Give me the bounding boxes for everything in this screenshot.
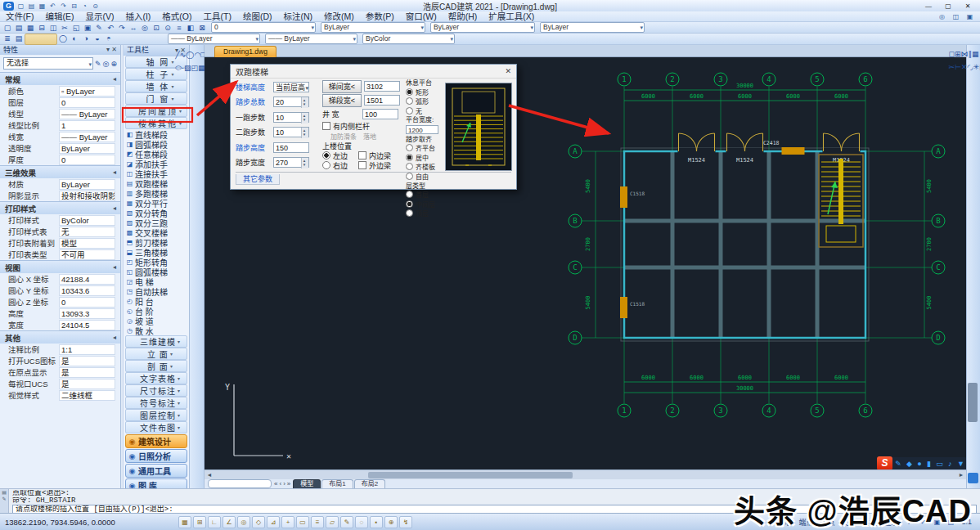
vertical-scrollbar-thumb[interactable] — [968, 383, 978, 422]
qat-icon[interactable]: ◔ — [79, 2, 90, 11]
menu-right-icon[interactable]: ◫ — [951, 12, 961, 21]
menu-item[interactable]: 工具(T) — [198, 11, 237, 21]
modify-tool-icon[interactable]: ⊢ — [955, 63, 961, 71]
menu-item[interactable]: 显示(V) — [79, 11, 119, 21]
status-toggle-icon[interactable]: ⊿ — [267, 516, 280, 528]
menu-item[interactable]: 绘图(D) — [237, 11, 278, 21]
qat-icon[interactable]: ↷ — [58, 2, 69, 11]
toolbar-icon[interactable]: ⊟ — [36, 23, 47, 33]
menu-item[interactable]: 格式(O) — [156, 11, 197, 21]
drawing-tab[interactable]: Drawing1.dwg — [214, 46, 276, 57]
property-row[interactable]: 厚度 0 — [0, 154, 120, 165]
scroll-left-arrow[interactable]: ◄ — [205, 471, 214, 479]
qat-icon[interactable]: ⊟ — [69, 2, 79, 11]
field-input[interactable]: 当前层高 — [273, 82, 309, 92]
menu-item[interactable]: 编辑(E) — [39, 11, 79, 21]
status-toggle-icon[interactable]: ∠ — [223, 516, 236, 528]
toolbar-icon[interactable]: ▦ — [25, 23, 36, 33]
toolbar-icon[interactable]: ✎ — [93, 23, 105, 33]
dialog-close-icon[interactable]: ✕ — [505, 67, 511, 75]
hc-tool-icon[interactable]: ♪ — [948, 460, 952, 468]
toolbar-icon[interactable]: ◐ — [69, 34, 80, 43]
qat-icon[interactable]: ⊙ — [90, 2, 101, 11]
status-toggle-icon[interactable]: + — [281, 516, 294, 528]
property-row[interactable]: 打印样式表 无 — [0, 226, 120, 237]
toolbar-icon[interactable]: ◫ — [47, 23, 59, 33]
rest-platform-radio[interactable]: 弧形 — [406, 97, 429, 107]
menu-item[interactable]: 文件(F) — [0, 11, 39, 21]
other-parameters-tab[interactable]: 其它参数 — [236, 174, 280, 185]
toolbar-icon[interactable]: ◓ — [103, 34, 115, 43]
menu-item[interactable]: 参数(P) — [360, 11, 400, 21]
draw-tool-icon[interactable]: ◰ — [191, 64, 199, 72]
quick-select-icon[interactable]: ✎ — [95, 60, 101, 68]
status-toggle-icon[interactable]: ⊞ — [193, 516, 206, 528]
modify-tool-icon[interactable]: ✂ — [948, 63, 955, 71]
menu-item[interactable]: 标注(N) — [278, 11, 319, 21]
status-toggle-icon[interactable]: ◎ — [237, 516, 250, 528]
toolbar-combo[interactable]: ByColor — [362, 34, 455, 44]
field-label[interactable]: 踏步总数 — [236, 97, 273, 107]
palette-item[interactable]: ◷ 散 水 — [124, 326, 189, 335]
menu-item[interactable]: 修改(M) — [318, 11, 360, 21]
qat-icon[interactable]: ↶ — [47, 2, 58, 11]
palette-item[interactable]: 墙 体 — [125, 80, 187, 92]
toolbar-icon[interactable]: ▤ — [13, 23, 25, 33]
stairwell-width-button[interactable]: 梯间宽< — [322, 80, 362, 93]
toolbar-icon[interactable] — [25, 34, 57, 45]
toolbar-icon[interactable]: ⊡ — [151, 23, 162, 33]
field-input[interactable]: 10 — [273, 127, 309, 137]
property-row[interactable]: 其他 — [0, 330, 120, 344]
hc-tool-icon[interactable]: ▼ — [957, 460, 964, 468]
floor-type-radio[interactable]: 中间层 — [406, 200, 435, 210]
toolbar-icon[interactable]: ⊙ — [162, 23, 173, 33]
palette-item[interactable]: ◉ 建筑设计 — [125, 434, 187, 448]
floor-type-radio[interactable]: 顶层 — [406, 209, 429, 219]
layout-tab[interactable]: 模型 — [293, 479, 321, 488]
toolbar-combo[interactable]: ByLayer — [430, 22, 535, 33]
property-row[interactable]: 三维效果 — [0, 165, 120, 178]
toolbar-combo[interactable]: 0 — [211, 22, 316, 33]
field-input[interactable]: 10 — [273, 112, 309, 123]
status-toggle-icon[interactable]: ◇ — [252, 516, 265, 528]
upstairs-position-radio[interactable]: 右边 — [322, 160, 348, 171]
status-toggle-icon[interactable]: ≡ — [311, 516, 324, 528]
draw-tool-icon[interactable]: ▨ — [184, 64, 191, 72]
hc-tool-icon[interactable]: ✎ — [895, 460, 901, 468]
rest-platform-radio[interactable]: 矩形 — [406, 88, 429, 98]
draw-tool-icon[interactable]: ⬭ — [175, 64, 182, 72]
draw-tool-icon[interactable]: ◯ — [186, 51, 194, 59]
tab-nav-arrow[interactable]: » — [286, 480, 291, 487]
horizontal-scrollbar-thumb[interactable] — [368, 472, 573, 478]
toolbar-icon[interactable]: ↷ — [116, 23, 128, 33]
property-row[interactable]: 打印样式 ByColor — [0, 214, 120, 226]
toolbar-icon[interactable]: ▤ — [13, 34, 25, 43]
palette-item[interactable]: ◉ 通用工具 — [125, 464, 187, 478]
window-control-button[interactable]: ✕ — [959, 2, 977, 11]
property-row[interactable]: 颜色 ▫ ByLayer — [0, 85, 120, 97]
property-row[interactable]: 线型 —— ByLayer — [0, 108, 120, 119]
property-row[interactable]: 每视口UCS 是 — [0, 378, 120, 389]
modify-tool-icon[interactable]: ◻ — [948, 50, 954, 58]
hc-tool-icon[interactable]: ● — [917, 460, 921, 468]
field-label[interactable]: 一跑步数 — [236, 112, 273, 123]
scroll-right-arrow[interactable]: ► — [957, 471, 965, 479]
toolbar-icon[interactable]: ▣ — [82, 23, 93, 33]
status-toggle-icon[interactable]: ◌ — [355, 516, 368, 528]
field-label[interactable]: 踏步高度 — [236, 142, 273, 153]
toolbar-icon[interactable]: ◑ — [80, 34, 92, 43]
toggle-pickadd-icon[interactable]: ⊕ — [110, 60, 117, 68]
status-toggle-icon[interactable]: ↯ — [399, 516, 412, 528]
qat-icon[interactable]: ▢ — [16, 2, 26, 11]
window-control-button[interactable]: ▢ — [939, 2, 957, 11]
menu-item[interactable]: 扩展工具(X) — [483, 11, 540, 21]
property-row[interactable]: 打开UCS图标 是 — [0, 355, 120, 366]
well-width-input[interactable]: 100 — [362, 109, 398, 119]
palette-item[interactable]: ◱ 圆弧楼梯 — [124, 267, 189, 276]
property-row[interactable]: 圆心 X 坐标 42188.4 — [0, 273, 120, 285]
menu-right-icon[interactable]: ▣ — [964, 12, 975, 21]
property-row[interactable]: 打印表附着到 模型 — [0, 237, 120, 249]
toolbar-icon[interactable]: ◯ — [57, 34, 69, 43]
property-row[interactable]: 视图 — [0, 260, 120, 273]
haochen-logo-icon[interactable]: S — [877, 456, 892, 469]
